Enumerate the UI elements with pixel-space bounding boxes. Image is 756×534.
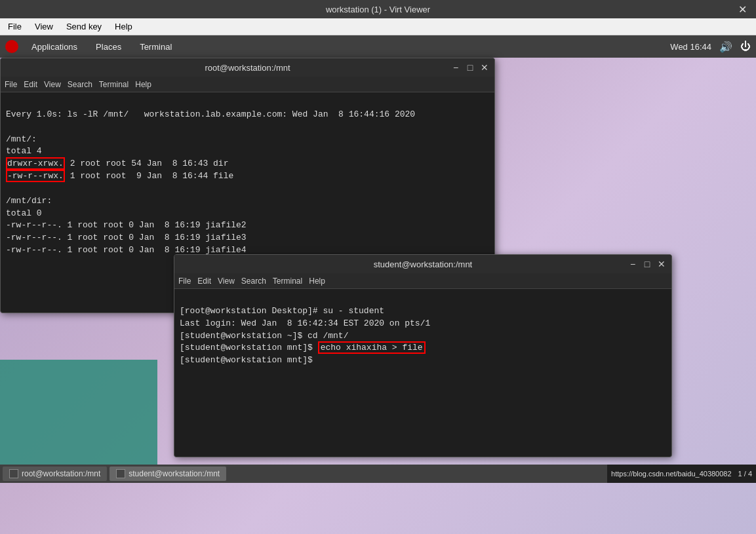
terminal-root-close[interactable]: ✕ [479,62,490,73]
desktop-decoration [0,360,157,465]
terminal-root-menubar: File Edit View Search Terminal Help [1,77,494,92]
menu-sendkey[interactable]: Send key [61,20,107,33]
term1-menu-search[interactable]: Search [68,80,92,89]
page-indicator: 1 / 4 [738,470,752,478]
terminal-student-close[interactable]: ✕ [656,258,667,270]
virt-viewer-menubar: File View Send key Help [0,18,756,35]
virt-viewer-titlebar: workstation (1) - Virt Viewer ✕ [0,0,756,18]
term2-line5: [student@workstation mnt]$ [180,355,318,365]
term1-menu-edit[interactable]: Edit [24,80,37,89]
term1-line6rest: 1 root root 9 Jan 8 16:44 file [65,171,233,181]
terminal-root-title: root@workstation:/mnt [205,63,290,73]
terminal-student-content: [root@workstation Desktop]# su - student… [174,289,671,383]
panel-audio-icon: 🔊 [719,41,732,53]
term2-menu-edit[interactable]: Edit [197,277,211,286]
panel-datetime: Wed 16:44 [670,42,711,52]
term1-hl1: drwxr-xrwx. [6,157,65,170]
terminal-student-menubar: File Edit View Search Terminal Help [174,273,671,289]
terminal-window-student: student@workstation:/mnt − □ ✕ File Edit… [174,254,672,457]
term1-hl2: -rw-r--rwx. [6,170,65,182]
panel-places[interactable]: Places [90,41,127,53]
panel-applications[interactable]: Applications [26,41,83,53]
term2-line4-prefix: [student@workstation mnt]$ [180,343,318,353]
term1-line4: total 4 [6,146,42,156]
term1-line11: -rw-r--r--. 1 root root 0 Jan 8 16:19 ji… [6,233,247,242]
term1-menu-file[interactable]: File [5,80,17,89]
virt-viewer-title: workstation (1) - Virt Viewer [326,5,430,14]
term1-line12: -rw-r--r--. 1 root root 0 Jan 8 16:19 ji… [6,245,247,255]
term2-menu-terminal[interactable]: Terminal [273,277,302,286]
taskbar-item-root[interactable]: root@workstation:/mnt [3,467,107,481]
term1-line8: /mnt/dir: [6,196,52,206]
terminal-root-maximize[interactable]: □ [464,62,476,73]
menu-view[interactable]: View [30,20,58,33]
redhat-icon [5,40,18,53]
term2-line4-hl: echo xihaxiha > file [318,341,426,354]
term1-line10: -rw-r--r--. 1 root root 0 Jan 8 16:19 ji… [6,220,247,230]
terminal-student-title: student@workstation:/mnt [374,259,472,269]
taskbar: root@workstation:/mnt student@workstatio… [0,465,756,483]
taskbar-term-icon-student [116,469,125,478]
menu-file[interactable]: File [3,20,27,33]
terminal-root-minimize[interactable]: − [450,62,462,73]
taskbar-item-student[interactable]: student@workstation:/mnt [109,467,226,481]
term1-line1: Every 1.0s: ls -lR /mnt/ workstation.lab… [6,109,415,119]
term2-menu-search[interactable]: Search [241,277,266,286]
terminal-root-content: Every 1.0s: ls -lR /mnt/ workstation.lab… [1,92,494,273]
terminal-root-titlebar: root@workstation:/mnt − □ ✕ [1,58,494,77]
desktop-panel: Applications Places Terminal Wed 16:44 🔊… [0,35,756,58]
virt-viewer-close[interactable]: ✕ [734,2,751,17]
panel-terminal[interactable]: Terminal [134,41,177,53]
menu-help[interactable]: Help [109,20,138,33]
term1-line5rest: 2 root root 54 Jan 8 16:43 dir [65,159,229,168]
term2-line1: [root@workstation Desktop]# su - student [180,306,384,316]
term1-line9: total 0 [6,208,42,218]
term2-menu-help[interactable]: Help [309,277,325,286]
watermark-text: https://blog.csdn.net/baidu_40380082 [611,470,731,478]
terminal-student-maximize[interactable]: □ [641,258,653,270]
taskbar-term-icon-root [9,469,18,478]
term2-menu-view[interactable]: View [218,277,235,286]
bottom-right-info: https://blog.csdn.net/baidu_40380082 1 /… [607,465,756,483]
taskbar-label-root: root@workstation:/mnt [22,469,100,478]
term1-menu-terminal[interactable]: Terminal [99,80,129,89]
term1-menu-view[interactable]: View [44,80,61,89]
term2-line3: [student@workstation ~]$ cd /mnt/ [180,331,348,341]
term1-line3: /mnt/: [6,134,37,144]
terminal-student-titlebar: student@workstation:/mnt − □ ✕ [174,255,671,273]
term1-menu-help[interactable]: Help [135,80,151,89]
panel-power-icon[interactable]: ⏻ [740,41,751,52]
term2-menu-file[interactable]: File [178,277,191,286]
terminal-student-minimize[interactable]: − [627,258,639,270]
term2-line2: Last login: Wed Jan 8 16:42:34 EST 2020 … [180,318,430,328]
taskbar-label-student: student@workstation:/mnt [129,469,220,478]
